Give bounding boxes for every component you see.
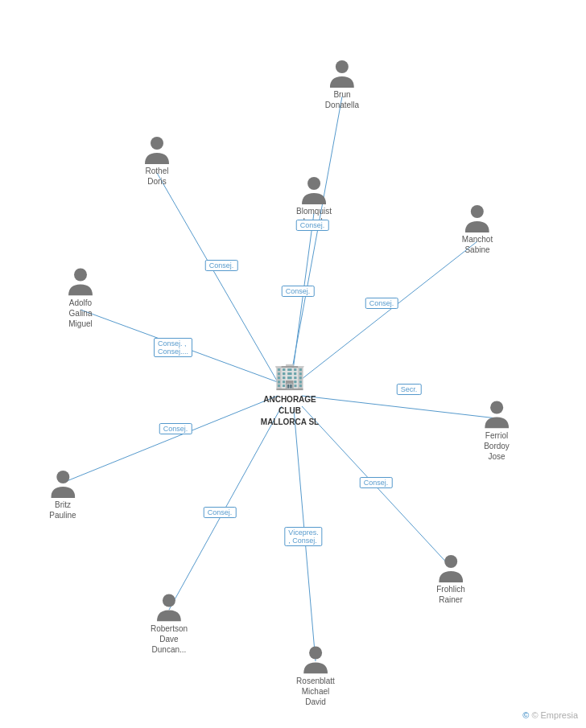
node-label-manchot: ManchotSabine [462, 234, 493, 255]
person-icon [68, 267, 93, 296]
person-icon [303, 645, 328, 674]
badge-ferriol[interactable]: Secr. [397, 384, 422, 395]
svg-point-18 [163, 594, 175, 607]
node-label-robertson: RobertsonDaveDuncan... [151, 623, 188, 655]
badge-frohlich[interactable]: Consej. [360, 477, 393, 488]
badge-manchot[interactable]: Consej. [365, 298, 398, 309]
node-robertson[interactable]: RobertsonDaveDuncan... [151, 593, 188, 655]
svg-line-2 [291, 213, 314, 382]
watermark: © © Empresia [522, 710, 578, 720]
node-adolfo[interactable]: AdolfoGalinaMiguel [68, 267, 93, 329]
badge-britz[interactable]: Consej. [159, 423, 192, 434]
node-label-ferriol: FerriolBordoyJose [484, 430, 510, 462]
badge-rothel[interactable]: Consej. [205, 260, 238, 271]
node-label-frohlich: FrohlichRainer [436, 584, 465, 605]
person-icon [145, 135, 169, 164]
svg-line-6 [63, 396, 278, 483]
person-icon [51, 469, 75, 498]
person-icon [439, 553, 463, 582]
person-icon [157, 593, 181, 622]
badge-blomquist[interactable]: Consej. [296, 220, 329, 231]
svg-point-11 [151, 137, 163, 150]
center-node[interactable]: 🏢 ANCHORAGECLUBMALLORCA SL [261, 360, 319, 428]
center-label: ANCHORAGECLUBMALLORCA SL [261, 394, 319, 428]
svg-point-10 [336, 60, 349, 73]
node-label-britz: BritzPauline [49, 500, 76, 520]
svg-line-5 [302, 396, 497, 418]
person-icon [465, 204, 489, 232]
person-icon [485, 400, 509, 429]
svg-line-3 [298, 241, 477, 382]
person-icon [302, 175, 326, 204]
svg-point-16 [56, 471, 69, 483]
building-icon: 🏢 [274, 360, 306, 391]
node-rothel[interactable]: RothelDoris [145, 135, 169, 187]
badge-adolfo[interactable]: Consej. ,Consej.... [154, 338, 192, 357]
badge-robertson[interactable]: Consej. [204, 507, 237, 518]
svg-line-0 [290, 97, 342, 382]
badge-blomquist2[interactable]: Consej. [282, 286, 315, 297]
svg-point-15 [490, 401, 503, 414]
svg-point-13 [471, 205, 484, 218]
node-manchot[interactable]: ManchotSabine [462, 204, 493, 255]
node-frohlich[interactable]: FrohlichRainer [436, 553, 465, 605]
node-label-brun: BrunDonatella [325, 89, 359, 110]
svg-point-17 [444, 555, 457, 568]
svg-point-12 [307, 177, 320, 190]
node-rosenblatt[interactable]: RosenblattMichaelDavid [296, 645, 335, 707]
node-label-rosenblatt: RosenblattMichaelDavid [296, 676, 335, 707]
svg-point-14 [74, 269, 87, 282]
node-ferriol[interactable]: FerriolBordoyJose [484, 400, 510, 462]
person-icon [330, 59, 354, 88]
svg-point-19 [309, 647, 322, 660]
node-label-rothel: RothelDoris [146, 166, 169, 187]
node-label-adolfo: AdolfoGalinaMiguel [68, 298, 92, 329]
node-britz[interactable]: BritzPauline [49, 469, 76, 520]
badge-rosenblatt[interactable]: Vicepres., Consej. [284, 527, 322, 546]
node-brun[interactable]: BrunDonatella [325, 59, 359, 110]
